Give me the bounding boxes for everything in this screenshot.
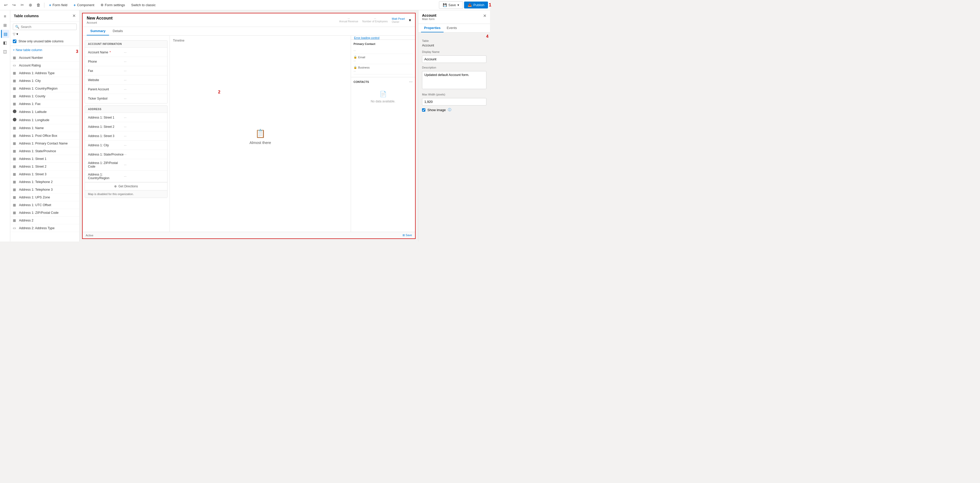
undo-button[interactable]: ↩ <box>2 2 9 9</box>
label-4: 4 <box>486 34 488 39</box>
list-item[interactable]: ▦ Address 1: Primary Contact Name <box>10 140 79 147</box>
field-state: Address 1: State/Province ··· <box>85 150 167 159</box>
form-save-footer[interactable]: ⊞ Save <box>402 234 412 237</box>
label-3: 3 <box>76 49 78 54</box>
max-width-input[interactable] <box>422 98 487 105</box>
tab-summary[interactable]: Summary <box>87 27 109 35</box>
filter-row: ▽ ▾ <box>10 32 79 38</box>
cut-button[interactable]: ✂ <box>19 2 25 9</box>
form-status: Active <box>86 234 93 237</box>
list-item[interactable]: ▦ Address 1: Address Type <box>10 69 79 77</box>
list-item[interactable]: ▦ Address 1: Post Office Box <box>10 132 79 140</box>
search-input[interactable] <box>21 25 75 29</box>
show-unused-checkbox[interactable] <box>13 40 16 43</box>
save-button[interactable]: 💾 Save ▾ <box>439 1 463 9</box>
address-title: ADDRESS <box>85 106 167 113</box>
col-type-icon: ▦ <box>13 134 17 137</box>
copy-button[interactable]: ⊕ <box>27 2 34 9</box>
list-item[interactable]: ▦ Address 1: Street 3 <box>10 171 79 178</box>
list-item[interactable]: Address 1: Longitude <box>10 116 79 124</box>
list-item[interactable]: Address 1: Latitude <box>10 108 79 116</box>
settings-icon: ⚙ <box>100 3 103 7</box>
list-item[interactable]: ▦ Address 1: Street 1 <box>10 155 79 163</box>
publish-icon: 📤 <box>468 3 472 7</box>
filter-dropdown-icon[interactable]: ▾ <box>16 32 18 36</box>
col-type-icon: ▦ <box>13 149 17 153</box>
tab-properties[interactable]: Properties <box>421 24 444 32</box>
panel-close-button[interactable]: ✕ <box>72 13 76 18</box>
almost-there-text: Almost there <box>249 140 271 145</box>
get-directions-button[interactable]: ⊕ ⊕ Get Directions Get Directions <box>85 182 167 190</box>
owner-link[interactable]: Matt Peart <box>392 17 405 20</box>
table-value: Account <box>422 43 487 47</box>
form-settings-button[interactable]: ⚙ Form settings <box>98 2 128 8</box>
list-item[interactable]: ▭ Account Rating <box>10 62 79 69</box>
col-name: Address 2: Address Type <box>19 226 55 230</box>
save-dropdown-icon[interactable]: ▾ <box>457 3 459 7</box>
list-item[interactable]: ▦ Address 1: State/Province <box>10 147 79 155</box>
list-item[interactable]: ▦ Account Number <box>10 54 79 62</box>
list-item[interactable]: ▦ Address 1: Fax <box>10 100 79 108</box>
panel-header: Table columns ✕ <box>10 10 79 22</box>
email-icon: 🔒 <box>353 56 357 59</box>
col-type-icon: ▦ <box>13 180 17 184</box>
tab-details[interactable]: Details <box>109 27 126 35</box>
description-textarea[interactable]: Updated default Account form. <box>422 71 487 89</box>
col-type-icon: ▭ <box>13 64 17 67</box>
list-item[interactable]: ▦ Address 1: Street 2 <box>10 163 79 171</box>
show-image-checkbox[interactable] <box>422 108 425 112</box>
redo-button[interactable]: ↪ <box>10 2 18 9</box>
account-info-title: ACCOUNT INFORMATION <box>85 41 167 48</box>
col-name: Address 1: County <box>19 94 45 98</box>
col-name: Address 1: Latitude <box>19 110 47 114</box>
component-button[interactable]: + Component <box>71 2 97 8</box>
form-middle-column: Timeline 📋 Almost there 2 <box>170 36 351 232</box>
form-field-button[interactable]: + Form field <box>46 2 70 8</box>
nav-menu-button[interactable]: ≡ <box>1 12 9 21</box>
list-item[interactable]: ▦ Address 1: City <box>10 77 79 85</box>
form-title-area: New Account Account <box>87 16 113 24</box>
list-item[interactable]: ▦ Address 1: Telephone 2 <box>10 178 79 186</box>
list-item[interactable]: ▦ Address 1: ZIP/Postal Code <box>10 209 79 217</box>
contacts-more-button[interactable]: ⋯ <box>409 80 412 84</box>
list-item[interactable]: ▦ Address 1: UTC Offset <box>10 201 79 209</box>
form-header-expand-button[interactable]: ▾ <box>409 18 411 22</box>
list-item[interactable]: ▦ Address 1: Country/Region <box>10 85 79 92</box>
nav-pages-button[interactable]: ⊞ <box>1 21 9 29</box>
publish-button[interactable]: 📤 Publish <box>464 2 488 8</box>
switch-classic-button[interactable]: Switch to classic <box>129 2 158 8</box>
separator-1 <box>44 3 45 8</box>
nav-data-button[interactable]: ◫ <box>1 47 9 56</box>
display-name-input[interactable] <box>422 56 487 63</box>
list-item[interactable]: ▦ Address 1: County <box>10 92 79 100</box>
list-item[interactable]: ▦ Address 1: Name <box>10 124 79 132</box>
list-item[interactable]: ▦ Address 1: Telephone 3 <box>10 186 79 193</box>
list-item[interactable]: ▦ Address 1: UPS Zone <box>10 193 79 201</box>
contacts-section: CONTACTS ⋯ 📄 No data available. <box>351 77 415 111</box>
delete-button[interactable]: 🗑 <box>35 2 42 9</box>
list-item[interactable]: ▭ Address 2: Address Type <box>10 224 79 232</box>
props-close-button[interactable]: ✕ <box>483 13 487 18</box>
contact-section: Primary Contact ··· 🔒 Email ··· <box>351 40 415 77</box>
business-field: 🔒 Business ··· <box>353 64 412 75</box>
nav-components-button[interactable]: ◧ <box>1 38 9 47</box>
col-type-icon: ▦ <box>13 203 17 207</box>
col-name: Address 1: UPS Zone <box>19 196 50 199</box>
col-type-icon: ▦ <box>13 142 17 145</box>
nav-columns-button[interactable]: ▤ <box>1 30 9 38</box>
filter-icon[interactable]: ▽ <box>13 32 15 36</box>
props-tabs: Properties Events <box>418 24 490 33</box>
error-loading-link[interactable]: Error loading control <box>351 36 382 42</box>
col-type-icon: ▦ <box>13 157 17 161</box>
col-type-icon <box>13 110 17 114</box>
list-item[interactable]: ▦ Address 2 <box>10 217 79 224</box>
no-data-text: No data available. <box>371 100 395 103</box>
props-title-area: Account Main form <box>422 13 436 21</box>
directions-icon: ⊕ <box>114 185 117 188</box>
field-street2: Address 1: Street 2 ··· <box>85 122 167 131</box>
tab-events[interactable]: Events <box>444 24 460 32</box>
sidebar-nav: ≡ ⊞ ▤ ◧ ◫ <box>0 10 10 241</box>
max-width-label: Max Width (pixels) <box>422 93 487 96</box>
add-column-button[interactable]: + New table column <box>10 46 79 54</box>
unused-row: Show only unused table columns <box>10 38 79 46</box>
